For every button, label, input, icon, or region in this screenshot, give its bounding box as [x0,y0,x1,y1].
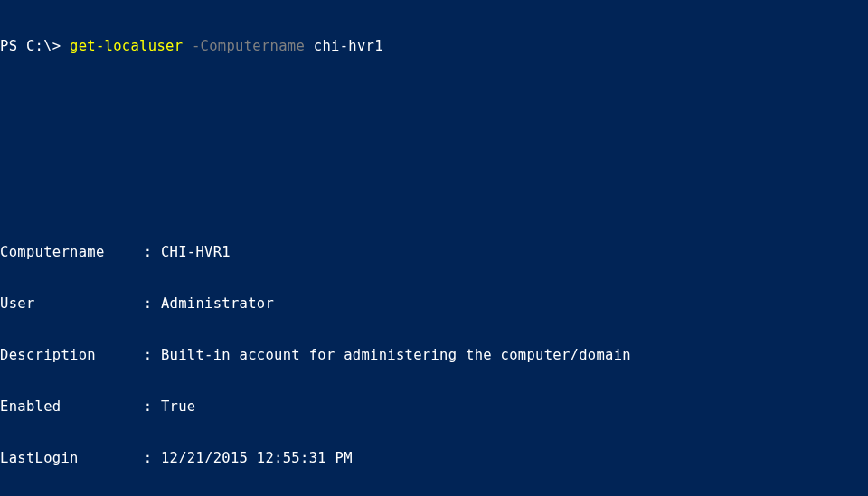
field-value: 12/21/2015 12:55:31 PM [161,450,353,467]
field-value: Administrator [161,295,274,313]
field-row: LastLogin: 12/21/2015 12:55:31 PM [0,450,868,467]
blank-line [0,141,868,158]
user-record: Computername: CHI-HVR1 User: Administrat… [0,210,868,496]
field-value: CHI-HVR1 [161,244,231,261]
field-sep: : [144,347,161,364]
field-row: Enabled: True [0,398,868,416]
field-row: Computername: CHI-HVR1 [0,244,868,261]
field-sep: : [144,450,161,467]
field-key: Enabled [0,398,144,416]
field-row: User: Administrator [0,295,868,313]
field-value: Built-in account for administering the c… [161,347,631,364]
field-sep: : [144,244,161,261]
field-key: LastLogin [0,450,144,467]
field-row: Description: Built-in account for admini… [0,347,868,364]
prompt-prefix: PS C:\> [0,38,70,54]
command-param: -Computername [183,38,305,54]
command-name: get-localuser [70,38,183,54]
field-value: True [161,398,196,416]
command-arg: chi-hvr1 [305,38,383,54]
prompt-line: PS C:\> get-localuser -Computername chi-… [0,38,868,55]
field-key: Description [0,347,144,364]
field-sep: : [144,295,161,313]
blank-line [0,89,868,107]
field-sep: : [144,398,161,416]
terminal-output[interactable]: PS C:\> get-localuser -Computername chi-… [0,4,868,496]
field-key: Computername [0,244,144,261]
field-key: User [0,295,144,313]
